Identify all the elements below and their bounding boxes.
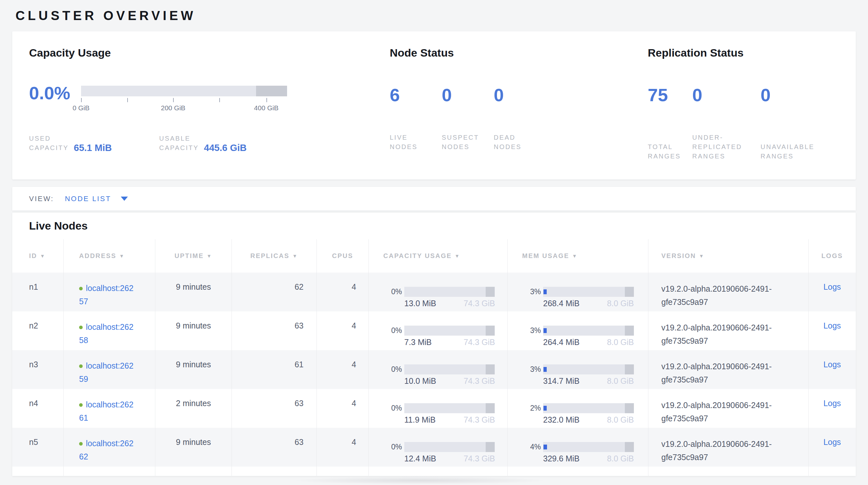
logs-link[interactable]: Logs [824,360,841,369]
capacity-used: 10.0 MiB [404,376,436,386]
cluster-summary-card: Capacity Usage 0.0% 0 GiB 200 GiB 400 Gi… [12,31,856,179]
sort-arrow-icon: ▼ [40,253,45,259]
mem-percent: 3% [522,364,541,374]
node-address-link[interactable]: localhost:26262 [79,439,133,461]
column-header-capacity-usage[interactable]: CAPACITY USAGE▼ [369,239,507,273]
mem-total: 8.0 GiB [607,376,634,386]
capacity-usage-cell: 0% 11.9 MiB74.3 GiB [369,389,507,428]
node-address-link[interactable]: localhost:26259 [79,361,133,383]
mem-usage-cell: 3% 314.7 MiB8.0 GiB [507,350,648,389]
column-header-uptime[interactable]: UPTIME▼ [155,239,232,273]
column-header-replicas[interactable]: REPLICAS▼ [232,239,317,273]
unavailable-ranges-label: UNAVAILABLE RANGES [761,142,829,161]
mem-used: 268.4 MiB [543,299,580,308]
capacity-total: 74.3 GiB [464,338,495,347]
mem-bar [543,325,634,336]
node-uptime: 9 minutes [155,428,232,466]
logs-link[interactable]: Logs [824,321,841,330]
mem-usage-cell: 2% 232.0 MiB8.0 GiB [507,389,648,428]
node-address-link[interactable]: localhost:26258 [79,322,133,345]
node-id: n2 [12,311,64,350]
capacity-usage-cell: 0% 7.3 MiB74.3 GiB [369,311,507,350]
dead-nodes-count: 0 [494,85,546,105]
mem-percent: 3% [522,287,541,297]
node-address-cell: localhost:26258 [64,311,155,350]
unavailable-ranges-count: 0 [761,85,829,105]
node-address-link[interactable]: localhost:26261 [79,400,133,422]
column-header-id[interactable]: ID▼ [12,239,64,273]
column-header-cpus-label: CPUS [332,252,353,260]
node-version: v19.2.0-alpha.20190606-2491-gfe735c9a97 [648,311,809,350]
under-replicated-ranges-label: UNDER-REPLICATED RANGES [692,133,760,161]
sort-arrow-icon: ▼ [699,253,705,259]
view-dropdown-value[interactable]: NODE LIST [65,195,111,203]
column-header-capacity-usage-label: CAPACITY USAGE [383,252,452,260]
axis-label-0gib: 0 GiB [73,104,90,112]
axis-label-400gib: 400 GiB [254,104,279,112]
used-capacity-label: USED [29,134,69,143]
capacity-percent: 0% [383,442,402,452]
replication-status-title: Replication Status [648,46,829,60]
total-ranges-count: 75 [648,85,692,105]
mem-total: 8.0 GiB [607,415,634,425]
node-uptime: 9 minutes [155,350,232,389]
logs-link[interactable]: Logs [824,399,841,408]
mem-usage-cell: 4% 329.6 MiB8.0 GiB [507,428,648,466]
capacity-used: 7.3 MiB [404,338,432,347]
node-address-link[interactable]: localhost:26257 [79,284,133,306]
total-ranges-label: TOTAL RANGES [648,142,691,161]
live-status-dot-icon [79,364,83,368]
capacity-percent: 0% [383,325,402,336]
node-address-cell: localhost:26261 [64,389,155,428]
usable-capacity-label: USABLE [159,134,199,143]
view-dropdown[interactable]: NODE LIST [65,195,128,203]
node-uptime: 2 minutes [155,389,232,428]
capacity-used: 11.9 MiB [404,415,436,425]
sort-arrow-icon: ▼ [455,253,460,259]
column-header-logs-label: LOGS [822,252,843,260]
sort-arrow-icon: ▼ [292,253,298,259]
mem-used: 329.6 MiB [543,454,580,463]
view-selector-bar: VIEW: NODE LIST [12,187,856,210]
dead-nodes-label: DEAD NODES [494,133,537,152]
column-header-mem-usage[interactable]: MEM USAGE▼ [507,239,648,273]
capacity-bar [404,403,495,413]
column-header-id-label: ID [29,252,37,260]
suspect-nodes-count: 0 [442,85,494,105]
capacity-usage-title: Capacity Usage [29,46,390,60]
mem-percent: 2% [522,403,541,413]
node-replicas: 61 [232,350,317,389]
capacity-percent: 0% [383,403,402,413]
capacity-bar [404,325,495,336]
live-status-dot-icon [79,403,83,407]
used-capacity-label-line2: CAPACITY [29,143,69,152]
logs-link[interactable]: Logs [824,437,841,447]
node-id: n5 [12,428,64,466]
capacity-percent: 0% [383,287,402,297]
column-header-uptime-label: UPTIME [175,252,204,260]
capacity-axis-ticks [81,98,287,103]
table-header-row: ID▼ ADDRESS▼ UPTIME▼ REPLICAS▼ CPUS CAPA… [12,239,856,273]
table-row: n4 localhost:26261 2 minutes 63 4 0% 11.… [12,389,856,428]
axis-label-200gib: 200 GiB [161,104,185,112]
capacity-bar [404,364,495,374]
table-row-partial [12,466,856,476]
live-nodes-label: LIVE NODES [390,133,433,152]
node-version: v19.2.0-alpha.20190606-2491-gfe735c9a97 [648,389,809,428]
mem-total: 8.0 GiB [607,299,634,308]
replication-status-section: Replication Status 75 0 0 TOTAL RANGES U… [648,46,829,179]
node-version: v19.2.0-alpha.20190606-2491-gfe735c9a97 [648,350,809,389]
mem-usage-cell: 3% 268.4 MiB8.0 GiB [507,273,648,311]
column-header-version[interactable]: VERSION▼ [648,239,809,273]
node-id: n1 [12,273,64,311]
logs-link[interactable]: Logs [824,282,841,291]
node-replicas: 62 [232,273,317,311]
capacity-usage-cell: 0% 13.0 MiB74.3 GiB [369,273,507,311]
node-uptime: 9 minutes [155,273,232,311]
capacity-usage-cell: 0% 12.4 MiB74.3 GiB [369,428,507,466]
node-cpus: 4 [317,428,369,466]
table-row: n2 localhost:26258 9 minutes 63 4 0% 7.3… [12,311,856,350]
node-cpus: 4 [317,350,369,389]
column-header-address[interactable]: ADDRESS▼ [64,239,155,273]
mem-bar [543,364,634,374]
